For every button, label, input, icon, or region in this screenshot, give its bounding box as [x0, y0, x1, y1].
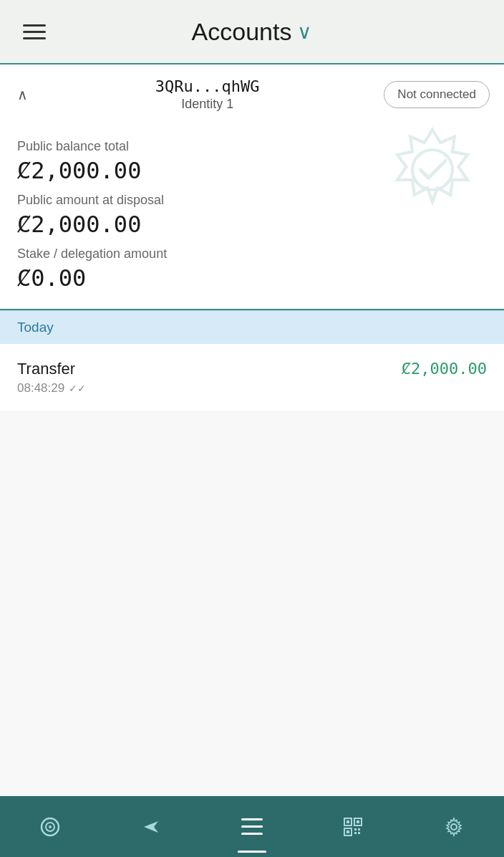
page-title: Accounts	[192, 18, 292, 46]
nav-menu-button[interactable]	[202, 796, 303, 857]
account-address: 3QRu...qhWG	[42, 77, 372, 95]
send-nav-icon	[138, 814, 164, 840]
nav-qr-button[interactable]	[302, 796, 403, 857]
svg-rect-13	[346, 830, 349, 833]
tx-confirmed-icon: ✓✓	[69, 383, 86, 394]
svg-rect-6	[241, 833, 263, 835]
tx-type: Transfer	[17, 360, 86, 378]
bottom-nav	[0, 796, 504, 857]
svg-rect-7	[256, 825, 263, 828]
hamburger-line-3	[23, 37, 46, 39]
concordium-symbol-2: Ȼ	[17, 211, 31, 238]
nav-settings-button[interactable]	[403, 796, 504, 857]
hamburger-line-1	[23, 24, 46, 27]
svg-rect-16	[354, 832, 357, 834]
svg-rect-14	[354, 828, 357, 830]
concordium-watermark	[382, 125, 483, 225]
svg-point-18	[451, 824, 457, 830]
concordium-nav-icon	[37, 814, 63, 840]
menu-nav-icon	[239, 814, 265, 840]
today-bar: Today	[0, 310, 504, 344]
table-row[interactable]: Transfer 08:48:29 ✓✓ Ȼ2,000.00	[0, 344, 504, 412]
transactions-container: Transfer 08:48:29 ✓✓ Ȼ2,000.00	[0, 344, 504, 412]
concordium-symbol: Ȼ	[17, 157, 31, 184]
tx-left: Transfer 08:48:29 ✓✓	[17, 360, 86, 396]
svg-rect-9	[346, 820, 349, 823]
hamburger-menu-button[interactable]	[17, 19, 52, 45]
header: Accounts ∨	[0, 0, 504, 64]
nav-concordium-button[interactable]	[0, 796, 101, 857]
not-connected-button[interactable]: Not connected	[384, 81, 490, 108]
nav-send-button[interactable]	[101, 796, 202, 857]
transactions-list: Transfer 08:48:29 ✓✓ Ȼ2,000.00	[0, 344, 504, 796]
stake-value: Ȼ0.00	[17, 264, 487, 292]
tx-timestamp: 08:48:29	[17, 381, 64, 396]
stake-label: Stake / delegation amount	[17, 246, 487, 262]
main-content: ∧ 3QRu...qhWG Identity 1 Not connected P…	[0, 64, 504, 796]
svg-rect-11	[357, 820, 359, 823]
account-section: ∧ 3QRu...qhWG Identity 1 Not connected P…	[0, 64, 504, 310]
gear-nav-icon	[441, 814, 467, 840]
svg-point-0	[412, 150, 452, 190]
balances-section: Public balance total Ȼ2,000.00 Public am…	[0, 125, 504, 309]
concordium-symbol-3: Ȼ	[17, 264, 31, 292]
today-label: Today	[17, 320, 54, 335]
qr-nav-icon	[340, 814, 366, 840]
svg-point-3	[49, 825, 52, 828]
hamburger-line-2	[23, 31, 46, 33]
svg-rect-4	[241, 818, 263, 820]
tx-amount: Ȼ2,000.00	[402, 360, 487, 378]
tx-time: 08:48:29 ✓✓	[17, 381, 86, 396]
collapse-button[interactable]: ∧	[14, 83, 31, 106]
account-header: ∧ 3QRu...qhWG Identity 1 Not connected	[0, 64, 504, 125]
accounts-title-group: Accounts ∨	[192, 18, 313, 46]
account-identity: Identity 1	[42, 97, 372, 112]
chevron-down-icon[interactable]: ∨	[297, 20, 312, 44]
account-address-block: 3QRu...qhWG Identity 1	[42, 77, 372, 112]
svg-rect-15	[358, 828, 360, 830]
svg-rect-17	[358, 832, 360, 834]
